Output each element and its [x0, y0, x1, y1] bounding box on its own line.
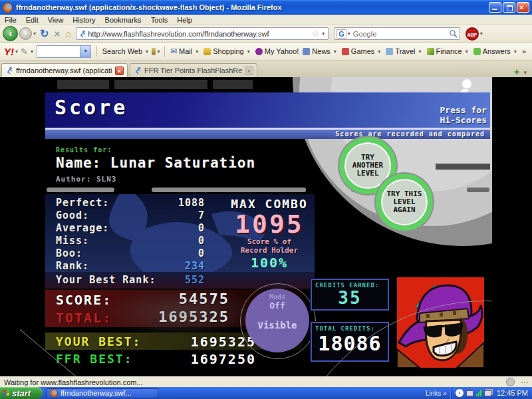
tab-close-icon[interactable]: ×	[115, 66, 124, 75]
travel-icon	[386, 48, 393, 55]
tab-bar: ffrndanotherway.swf (application... × FF…	[0, 61, 532, 77]
shield-dropdown-icon[interactable]: ▾	[157, 49, 160, 55]
network-monitor-icon[interactable]	[466, 390, 473, 396]
back-button[interactable]: ‹	[3, 26, 18, 41]
google-icon: G	[336, 29, 346, 39]
security-shield-icon[interactable]	[152, 48, 156, 55]
yahoo-games[interactable]: Games▾	[342, 47, 382, 55]
stop-button[interactable]: ×	[54, 28, 60, 39]
bar-decoration	[57, 80, 109, 89]
extension-icon[interactable]	[506, 378, 515, 386]
tab-ffrndanotherway[interactable]: ffrndanotherway.swf (application... ×	[1, 63, 128, 77]
toolbar-overflow[interactable]: »	[522, 47, 526, 55]
yahoo-logo[interactable]: Y!	[4, 46, 14, 57]
combo-dropdown-icon[interactable]: ▾	[80, 46, 90, 57]
tab-close-icon[interactable]: ×	[245, 66, 253, 75]
ffr-best-value: 1697250	[138, 351, 256, 367]
wireless-signal-icon[interactable]	[476, 390, 481, 396]
search-magnifier-icon[interactable]	[449, 29, 458, 38]
menu-file[interactable]: File	[0, 15, 21, 25]
yahoo-my-yahoo[interactable]: My Yahoo!	[255, 47, 299, 55]
menu-bar: File Edit View History Bookmarks Tools H…	[0, 15, 532, 25]
shopping-label: Shopping	[213, 47, 244, 55]
tagline-bar: Scores are recorded and compared	[45, 130, 490, 139]
bar-decoration	[436, 164, 490, 170]
yahoo-search-web[interactable]: Search Web▾	[102, 47, 150, 55]
tab-label: FFR Tier Points FlashFlashRevolution.c..…	[144, 66, 242, 74]
pencil-dropdown-icon[interactable]: ▾	[31, 49, 33, 55]
menu-view[interactable]: View	[43, 15, 68, 25]
shade-decoration	[100, 286, 259, 339]
bar-decoration	[213, 80, 253, 89]
mods-display[interactable]: Mods Off Visible	[245, 289, 309, 352]
yahoo-toolbar: Y! ▾ ✎ ▾ ▾ Search Web▾ ▾ ✉Mail▾ Shopping…	[0, 43, 532, 61]
new-tab-button[interactable]: +	[510, 66, 524, 77]
menu-history[interactable]: History	[68, 15, 100, 25]
stat-value: 7	[125, 209, 205, 221]
your-best-value: 1695325	[138, 334, 256, 350]
mods-off-label: Off	[245, 301, 309, 311]
search-engine-dropdown-icon[interactable]: ▾	[348, 31, 350, 37]
screen: ffrndanotherway.swf (application/x-shock…	[0, 0, 532, 399]
yahoo-finance[interactable]: Finance▾	[427, 47, 469, 55]
flash-game-stage: Score Press for Hi-Scores Scores are rec…	[0, 77, 492, 376]
mods-visible-label: Visible	[245, 320, 309, 331]
taskbar-task-button[interactable]: ffrndanotherway.swf...	[47, 388, 158, 398]
resize-grip	[524, 382, 525, 383]
menu-tools[interactable]: Tools	[146, 15, 173, 25]
system-tray: ‹ 12:45 PM	[451, 387, 532, 399]
dropdown-icon: ▾	[334, 49, 336, 55]
abp-dropdown-icon[interactable]: ▾	[480, 31, 483, 37]
tray-collapse-icon[interactable]: ‹	[456, 389, 464, 397]
status-text: Waiting for www.flashflashrevolution.com…	[4, 378, 506, 386]
history-dropdown-icon[interactable]: ▾	[33, 31, 36, 37]
url-dropdown-icon[interactable]: ▾	[322, 31, 325, 37]
start-button[interactable]: start	[0, 387, 43, 399]
search-box[interactable]: G ▾	[334, 27, 460, 40]
yahoo-news[interactable]: News▾	[303, 47, 338, 55]
divider-decoration	[47, 188, 114, 192]
url-input[interactable]	[86, 29, 310, 39]
try-this-level-again-button[interactable]: TRY THIS LEVEL AGAIN	[376, 174, 433, 231]
search-input[interactable]	[352, 29, 449, 39]
your-best-label: YOUR BEST:	[56, 334, 141, 348]
display-settings-icon[interactable]	[484, 390, 491, 396]
yahoo-travel[interactable]: Travel▾	[386, 47, 422, 55]
links-overflow-icon[interactable]: »	[443, 390, 447, 397]
stat-label: Miss:	[56, 235, 89, 247]
close-button[interactable]: ×	[517, 2, 529, 13]
bookmark-star-icon[interactable]: ☆	[312, 29, 320, 39]
home-button[interactable]: ⌂	[65, 28, 71, 39]
forward-button[interactable]: ›	[19, 27, 32, 40]
dropdown-icon: ▾	[378, 49, 380, 55]
adblock-plus-icon[interactable]: ABP	[466, 27, 479, 41]
menu-help[interactable]: Help	[172, 15, 197, 25]
minimize-button[interactable]	[489, 2, 501, 13]
window-title: ffrndanotherway.swf (application/x-shock…	[16, 3, 487, 11]
resize-grip[interactable]	[521, 382, 523, 383]
ffr-favicon	[134, 66, 142, 74]
menu-bookmarks[interactable]: Bookmarks	[100, 15, 146, 25]
yahoo-search-combo[interactable]: ▾	[37, 45, 91, 58]
max-combo-value: 1095	[219, 211, 319, 237]
yahoo-shopping[interactable]: Shopping▾	[203, 47, 251, 55]
tab-list-dropdown-icon[interactable]: ▾	[523, 69, 531, 77]
links-toolbar-label[interactable]: Links	[426, 390, 441, 397]
press-for-hiscores[interactable]: Press for Hi-Scores	[372, 105, 487, 125]
score-title: Score	[55, 96, 128, 119]
yahoo-mail[interactable]: ✉Mail▾	[170, 47, 200, 56]
pencil-icon[interactable]: ✎	[21, 47, 28, 57]
close-icon: ×	[519, 3, 523, 11]
reload-button[interactable]: ↻	[40, 27, 49, 40]
song-name: Name: Lunar Saturation	[56, 155, 255, 171]
finance-label: Finance	[436, 47, 462, 55]
yahoo-dropdown-icon[interactable]: ▾	[15, 49, 18, 55]
url-bar[interactable]: ☆ ▾	[76, 27, 329, 40]
answers-label: Answers	[483, 47, 511, 55]
tab-ffr-tier-points[interactable]: FFR Tier Points FlashFlashRevolution.c..…	[130, 63, 257, 77]
restore-button[interactable]	[503, 2, 515, 13]
yahoo-answers[interactable]: Answers▾	[473, 47, 518, 55]
menu-edit[interactable]: Edit	[21, 15, 43, 25]
dropdown-icon: ▾	[247, 49, 250, 55]
stat-value: 0	[125, 247, 205, 259]
